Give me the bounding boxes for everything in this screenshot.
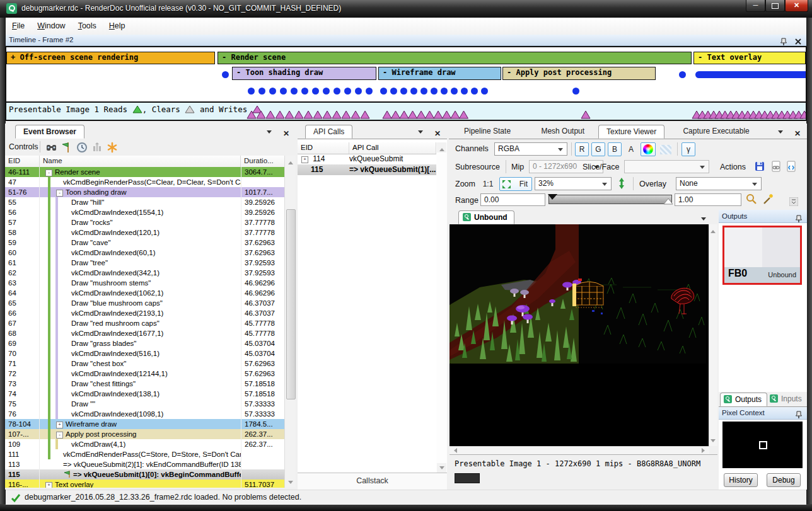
close-panel-icon[interactable]: ✕ [794, 129, 801, 138]
event-row[interactable]: 68vkCmdDrawIndexed(1677,1)45.77778 [5, 328, 285, 338]
texture-viewport[interactable] [450, 224, 709, 446]
write-markers-group[interactable] [382, 110, 477, 119]
expand-icon[interactable]: + [56, 422, 63, 428]
draw-event-dot[interactable] [400, 88, 407, 95]
timeline-panel[interactable]: + Off-screen scene rendering- Render sce… [5, 46, 807, 121]
timeline-marker-bar[interactable]: + Off-screen scene rendering [6, 52, 215, 64]
draw-event-dot[interactable] [481, 88, 488, 95]
menu-file[interactable]: File [6, 18, 31, 34]
gamma-button[interactable]: γ [682, 142, 695, 156]
timeline-marker-bar[interactable]: - Render scene [218, 52, 692, 64]
draw-event-dot[interactable] [355, 88, 362, 95]
title-bar[interactable]: debugmarker.rdc - RenderDoc Unofficial r… [0, 0, 812, 18]
event-row[interactable]: 67Draw "red mushroom caps"45.77778 [5, 318, 285, 328]
event-row[interactable]: 58vkCmdDrawIndexed(120,1)37.77778 [5, 227, 285, 238]
tab-api-calls[interactable]: API Calls [305, 125, 352, 139]
event-row[interactable]: 66vkCmdDrawIndexed(2193,1)46.37037 [5, 308, 285, 318]
menu-window[interactable]: Window [31, 18, 71, 34]
menu-help[interactable]: Help [103, 18, 132, 34]
event-row[interactable]: 62vkCmdDrawIndexed(342,1)37.92593 [5, 268, 285, 278]
column-header[interactable]: API Call [349, 142, 436, 154]
callstack-section[interactable]: Callstack [298, 473, 447, 490]
view-code-icon[interactable] [785, 160, 798, 173]
history-button[interactable]: History [724, 473, 758, 487]
draw-event-dot[interactable] [410, 88, 417, 95]
range-slider[interactable] [548, 195, 672, 204]
event-row[interactable]: 51-76-Toon shading draw1017.7... [5, 187, 285, 197]
close-panel-icon[interactable]: ✕ [283, 129, 289, 138]
texture-list-icon[interactable] [701, 217, 706, 223]
channel-green-button[interactable]: G [591, 142, 605, 156]
event-row[interactable]: 70vkCmdDrawIndexed(516,1)45.03704 [5, 348, 285, 359]
draw-event-dot[interactable] [461, 88, 468, 95]
event-browser-scrollbar[interactable] [284, 156, 296, 488]
draw-event-dot[interactable] [248, 88, 255, 95]
minimize-button[interactable]: ─ [746, 0, 765, 12]
scroll-down-icon[interactable] [437, 463, 446, 473]
draw-event-dot[interactable] [441, 88, 448, 95]
event-row[interactable]: 73Draw "chest fittings"57.18518 [5, 379, 285, 389]
timeline-marker-bar[interactable]: - Apply post processing [502, 67, 656, 80]
scroll-up-icon[interactable] [437, 142, 446, 152]
overlay-select[interactable]: None [676, 177, 762, 190]
collapse-icon[interactable]: - [56, 432, 63, 439]
api-scrollbar[interactable] [436, 142, 447, 473]
column-header[interactable]: Name [40, 156, 241, 167]
viewport-hscrollbar[interactable] [450, 446, 709, 455]
draw-event-dot[interactable] [390, 88, 397, 95]
event-row[interactable]: 75Draw ""57.33333 [5, 399, 285, 409]
event-row[interactable]: 78-104+Wireframe draw1784.5... [5, 419, 285, 429]
timing-clock-icon[interactable] [76, 141, 88, 154]
draw-event-dot[interactable] [301, 88, 308, 95]
timeline-marker-bar[interactable]: - Toon shading draw [232, 67, 376, 80]
menu-tools[interactable]: Tools [72, 18, 103, 34]
bookmark-flag-icon[interactable] [61, 141, 73, 154]
channels-select[interactable]: RGBA [494, 142, 567, 156]
tab-pipeline-state[interactable]: Pipeline State [456, 125, 518, 139]
api-call-row[interactable]: 115=> vkQueueSubmit(1)[... [298, 164, 436, 175]
event-row[interactable]: 109vkCmdDraw(4,1)262.37... [5, 439, 285, 449]
custom-display-button[interactable] [641, 142, 656, 156]
draw-event-dot[interactable] [420, 88, 427, 95]
draw-event-dot[interactable] [312, 88, 319, 95]
event-row[interactable]: 56vkCmdDrawIndexed(1554,1)39.25926 [5, 207, 285, 217]
tab-mesh-output[interactable]: Mesh Output [533, 125, 592, 139]
event-row[interactable]: 65Draw "blue mushroom caps"46.37037 [5, 298, 285, 308]
event-row[interactable]: 69Draw "grass blades"45.03704 [5, 338, 285, 348]
draw-event-dot[interactable] [471, 88, 478, 95]
tab-unbound-texture[interactable]: Unbound [458, 210, 514, 224]
maximize-button[interactable] [765, 0, 785, 12]
event-row[interactable]: 113=> vkQueueSubmit(2)[1]: vkEndCommandB… [5, 459, 285, 469]
draw-event-dot[interactable] [451, 88, 458, 95]
draw-events-capsule[interactable] [695, 71, 807, 78]
draw-event-dot[interactable] [291, 88, 298, 95]
event-row[interactable]: 46-111-Render scene3064.7... [5, 167, 285, 177]
slice-face-select[interactable] [624, 160, 709, 173]
timeline-marker-bar[interactable]: - Wireframe draw [378, 67, 501, 80]
pin-icon[interactable] [794, 214, 803, 223]
debug-button[interactable]: Debug [767, 473, 801, 487]
tab-event-browser[interactable]: Event Browser [15, 125, 84, 139]
dock-menu-icon[interactable] [418, 130, 423, 136]
tab-texture-viewer[interactable]: Texture Viewer [598, 125, 664, 139]
black-point-handle[interactable] [548, 194, 558, 200]
collapse-icon[interactable]: - [45, 169, 52, 176]
event-row[interactable]: 71Draw "chest box"57.62963 [5, 359, 285, 369]
autofit-magnifier-icon[interactable] [745, 193, 758, 205]
event-row[interactable]: 64vkCmdDrawIndexed(1062,1)46.96296 [5, 288, 285, 298]
scroll-down-icon[interactable] [286, 478, 295, 488]
options-asterisk-icon[interactable] [106, 141, 119, 154]
close-panel-icon[interactable]: ✕ [434, 129, 441, 138]
histogram-wand-icon[interactable] [762, 193, 774, 205]
event-row[interactable]: 111vkCmdEndRenderPass(C=Store, D=Store, … [5, 449, 285, 459]
event-row[interactable]: 59Draw "cave"37.62963 [5, 238, 285, 248]
api-table-header[interactable]: EIDAPI Call [298, 142, 436, 154]
draw-event-dot[interactable] [572, 88, 579, 95]
channel-alpha-button[interactable]: A [624, 142, 638, 156]
event-row[interactable]: 115=> vkQueueSubmit(1)[0]: vkBeginComman… [5, 469, 285, 479]
zoom-fit-button[interactable]: Fit [499, 177, 532, 191]
tab-outputs[interactable]: Outputs [720, 393, 767, 406]
columns-icon-disabled[interactable] [91, 141, 103, 154]
toolbar-overflow-icon[interactable] [789, 197, 798, 206]
open-link-icon[interactable] [770, 160, 782, 173]
